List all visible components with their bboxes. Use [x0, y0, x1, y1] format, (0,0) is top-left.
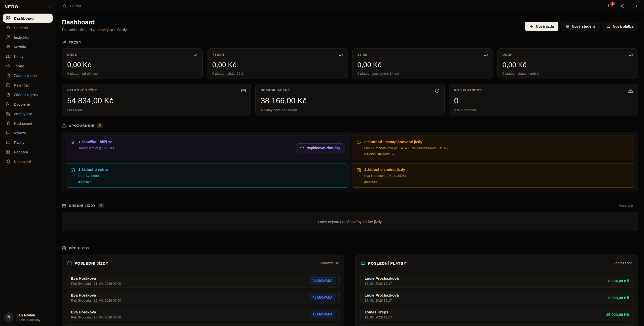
trending-up-icon	[193, 53, 198, 58]
status-badge: PLÁNOVANÁ	[310, 311, 335, 318]
theme-toggle-button[interactable]	[620, 4, 625, 9]
today-section-head: DNEŠNÍ JÍZDY 0 Kalendář →	[62, 203, 638, 208]
ride-row[interactable]: Eva Horáková Petr Svoboda · 06. 04. 2026…	[67, 324, 340, 326]
ride-row[interactable]: Eva Horáková Petr Svoboda · 10. 04. 2026…	[67, 308, 340, 321]
sidebar-item-dashboard[interactable]: Dashboard	[3, 14, 53, 23]
sidebar-item-kalendar[interactable]: Kalendář	[3, 80, 53, 90]
dashboard-content: Dashboard Finanční přehled a aktivity au…	[56, 12, 644, 326]
credit-card-icon	[606, 24, 611, 28]
credit-card-icon	[241, 88, 246, 93]
user-name: Jan Novák	[16, 313, 40, 317]
car-icon	[6, 45, 11, 49]
alerts-section-label: UPOZORNĚNÍ 5	[62, 123, 103, 128]
page-title: Dashboard	[62, 19, 127, 26]
payment-row[interactable]: Tomáš Krejčí 19. 02. 2026 19:17 25 000,0…	[360, 308, 633, 321]
naplanovat-zkousky-button[interactable]: Naplánovat zkoušky	[296, 143, 344, 152]
alert-link[interactable]: Zobrazit →	[78, 180, 108, 184]
sidebar-item-kurzy[interactable]: Kurzy	[3, 52, 53, 61]
overview-section-label: PŘEHLEDY	[62, 246, 638, 250]
sidebar-item-zadosti-o-jizdy[interactable]: Žádosti o jízdy	[3, 90, 53, 99]
payment-row[interactable]: Lucie Procházková 19. 02. 2026 19:17 9 0…	[360, 291, 633, 304]
clipboard-icon	[6, 73, 11, 78]
clock-icon	[435, 88, 440, 93]
alert-link[interactable]: Všichni studenti →	[364, 152, 448, 156]
trending-up-icon	[483, 53, 488, 58]
calendar-link[interactable]: Kalendář →	[619, 203, 638, 208]
grid-icon	[6, 150, 11, 154]
search-icon	[62, 4, 67, 8]
sidebar-item-nastaveni[interactable]: Nastavení	[3, 157, 53, 166]
summary-card-po-splatnosti: PO SPLATNOSTI 0 Vše v pořádku	[449, 84, 638, 115]
calendar-icon	[6, 83, 11, 87]
user-role: Admin autoškoly	[16, 318, 40, 322]
sidebar-item-vzkazy[interactable]: Vzkazy	[3, 128, 53, 137]
sidebar-user[interactable]: N Jan Novák Admin autoškoly	[3, 309, 53, 322]
logout-button[interactable]	[632, 4, 637, 9]
grid-icon	[6, 16, 11, 20]
gear-icon	[6, 159, 11, 164]
summary-cards: CELKOVÉ TRŽBY 54 834,00 Kč Od začátku NE…	[62, 84, 638, 115]
today-count-badge: 0	[98, 203, 104, 208]
grad-cap-icon	[300, 146, 304, 150]
payment-row[interactable]: Eva Horáková 19. 02. 2026 19:17 12 500,0…	[360, 324, 633, 326]
alerts-box: 1 zkouška · blíží se Tomáš Krejčí (B) 05…	[62, 132, 638, 191]
revenue-section-head: TRŽBY	[62, 40, 638, 45]
calendar-icon	[62, 203, 66, 208]
overview-panels: POSLEDNÍ JÍZDY Zobrazit vše Eva Horáková…	[62, 255, 638, 326]
sidebar-item-zmeny-jizd[interactable]: Změny jízd	[3, 109, 53, 118]
payments-list: Lucie Procházková 19. 02. 2026 19:17 8 3…	[360, 274, 633, 326]
notification-count-badge: 3	[611, 2, 615, 6]
calendar-clock-icon	[356, 168, 361, 172]
rides-list: Eva Horáková Petr Svoboda · 21. 04. 2026…	[67, 274, 340, 326]
trending-up-icon	[62, 40, 66, 45]
nova-platba-button[interactable]: Nová platba	[602, 22, 638, 31]
rides-show-all-link[interactable]: Zobrazit vše	[320, 261, 339, 265]
sidebar-item-vozidla[interactable]: Vozidla	[3, 42, 53, 51]
sidebar-item-zadosti-teorie[interactable]: Žádosti teorie	[3, 71, 53, 80]
revenue-card-14-dni: 14 DNÍ 0,00 Kč 0 platby · posledních 14 …	[352, 48, 493, 78]
alerts-count-badge: 5	[97, 123, 103, 128]
alert-triangle-icon	[628, 88, 633, 93]
calendar-x-icon	[6, 102, 11, 106]
alerts-section-head: UPOZORNĚNÍ 5	[62, 123, 638, 128]
topbar-actions: 3	[607, 4, 637, 9]
payment-amount: 8 334,00 Kč	[608, 279, 629, 283]
payment-amount: 9 000,00 Kč	[608, 296, 629, 300]
users-icon	[6, 35, 11, 39]
ride-row[interactable]: Eva Horáková Petr Svoboda · 21. 04. 2026…	[67, 274, 340, 288]
sidebar-item-podpora[interactable]: Podpora	[3, 147, 53, 156]
sidebar-item-platby[interactable]: Platby	[3, 138, 53, 147]
sidebar-item-studenti[interactable]: Studenti	[3, 23, 53, 32]
calendar-icon	[67, 261, 72, 265]
alert-link[interactable]: Zobrazit →	[364, 180, 406, 184]
trending-up-icon	[628, 53, 633, 58]
grad-cap-icon	[6, 25, 11, 30]
notifications-button[interactable]: 3	[607, 4, 612, 9]
message-icon	[6, 131, 11, 135]
credit-card-icon	[361, 261, 365, 265]
recent-payments-panel: POSLEDNÍ PLATBY Zobrazit vše Lucie Proch…	[355, 255, 638, 326]
grad-cap-icon	[565, 24, 569, 28]
payment-amount: 25 000,00 Kč	[606, 312, 629, 317]
car-icon	[356, 140, 361, 145]
summary-card-celkove-trzby: CELKOVÉ TRŽBY 54 834,00 Kč Od začátku	[62, 84, 251, 115]
sidebar-item-hodnoceni[interactable]: Hodnocení	[3, 119, 53, 128]
brand-logo: NERO	[5, 5, 18, 10]
trending-up-icon	[338, 53, 343, 58]
search-input[interactable]	[70, 4, 604, 8]
nova-jizda-button[interactable]: Nová jízda	[525, 22, 558, 31]
sidebar-item-dovolene[interactable]: Dovolené	[3, 100, 53, 109]
revenue-card-tyden: TÝDEN 0,00 Kč 0 platby · 16.2.–22.2.	[207, 48, 348, 78]
collapse-sidebar-icon[interactable]	[47, 5, 51, 9]
sidebar-item-teorie[interactable]: Teorie	[3, 61, 53, 70]
payments-show-all-link[interactable]: Zobrazit vše	[614, 261, 633, 265]
alert-card-1-zadost-o-volno: 1 žádost o volno Petr Svoboda Zobrazit →	[66, 163, 348, 188]
file-text-icon	[62, 246, 66, 250]
plus-icon	[529, 24, 533, 28]
sidebar-item-instruktori[interactable]: Instruktoři	[3, 33, 53, 42]
ride-row[interactable]: Eva Horáková Petr Svoboda · 15. 04. 2026…	[67, 291, 340, 304]
revenue-section-label: TRŽBY	[62, 40, 82, 45]
payment-row[interactable]: Lucie Procházková 19. 02. 2026 19:17 8 3…	[360, 274, 633, 288]
revenue-card-unor: ÚNOR 0,00 Kč 0 platby · aktuální měsíc	[497, 48, 638, 78]
novy-student-button[interactable]: Nový student	[561, 22, 599, 31]
